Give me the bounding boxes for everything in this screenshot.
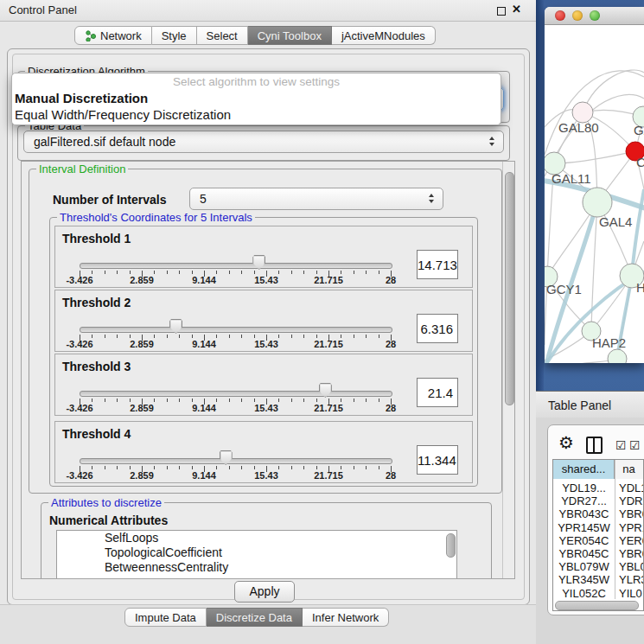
table-row[interactable]: YDL19...YDL1 — [553, 481, 643, 494]
table-row[interactable]: YIL052CYIL0 — [553, 587, 643, 599]
gear-icon[interactable]: ⚙ — [558, 432, 574, 453]
table-row[interactable]: YER054CYER0 — [553, 534, 643, 547]
slider-tick — [192, 335, 193, 338]
slider-tick-label: -3.426 — [66, 403, 92, 413]
scrollbar-thumb[interactable] — [446, 533, 456, 558]
tab-network[interactable]: Network — [74, 26, 152, 45]
checkbox-icon[interactable]: ☑ — [615, 438, 627, 452]
slider-track[interactable] — [80, 327, 392, 333]
tab-infer-network[interactable]: Infer Network — [303, 608, 389, 627]
slider-tick — [366, 466, 367, 469]
minimize-traffic-light-icon[interactable] — [572, 10, 583, 21]
slider-tick — [216, 466, 217, 469]
zoom-traffic-light-icon[interactable] — [590, 10, 600, 21]
node-label-C: C — [636, 155, 644, 169]
column-header-shared-name[interactable]: shared... — [553, 460, 615, 479]
tab-label: jActiveMNodules — [341, 29, 425, 42]
split-columns-icon[interactable] — [586, 437, 603, 454]
node-label-HAP2: HAP2 — [592, 335, 626, 350]
slider-tick — [229, 399, 230, 402]
table-row[interactable]: YBR045CYBR0 — [553, 547, 643, 560]
network-canvas[interactable]: GAL80GACGAL11GAL4GCY1HHAP2 — [545, 25, 644, 363]
slider-tick — [354, 466, 354, 469]
tab-style[interactable]: Style — [152, 26, 197, 45]
network-icon — [85, 30, 96, 41]
number-of-intervals-label: Number of Intervals — [53, 193, 166, 207]
threshold-value-field[interactable]: 14.713 — [417, 250, 458, 279]
table-row[interactable]: YLR345WYLR3 — [553, 573, 643, 586]
list-item[interactable]: SelfLoops — [57, 531, 456, 545]
GAL4-node[interactable] — [583, 188, 612, 217]
slider-tick-label: 21.715 — [314, 470, 343, 481]
slider-track[interactable] — [80, 458, 392, 464]
slider-tick — [341, 399, 341, 402]
cell-shared-name: YER054C — [553, 534, 615, 547]
float-window-icon[interactable] — [497, 7, 506, 16]
close-icon[interactable]: ✕ — [512, 3, 521, 16]
cell-name: YBL0 — [619, 560, 643, 573]
table-row[interactable]: YBR043CYBR0 — [553, 507, 643, 520]
threshold-value-field[interactable]: 6.316 — [417, 314, 458, 343]
apply-button[interactable]: Apply — [234, 581, 295, 603]
tab-label: Infer Network — [312, 611, 379, 624]
slider-track[interactable] — [80, 391, 392, 397]
slider-tick — [92, 466, 92, 469]
scrollbar-thumb[interactable] — [505, 172, 514, 405]
slider-tick — [354, 271, 354, 274]
threshold-value-field[interactable]: 11.344 — [417, 445, 458, 475]
popup-option-manual-discretization[interactable]: Manual Discretization — [12, 90, 501, 106]
table-data-combobox[interactable]: galFiltered.sif default node — [23, 131, 504, 153]
slider-tick — [167, 271, 168, 274]
table-row[interactable]: YPR145WYPR1 — [553, 521, 643, 534]
tab-discretize-data[interactable]: Discretize Data — [207, 608, 303, 627]
threshold-value-field[interactable]: 21.4 — [417, 378, 458, 407]
tab-jactivemnodules[interactable]: jActiveMNodules — [332, 26, 436, 45]
list-item[interactable]: BetweennessCentrality — [57, 560, 456, 575]
tab-label: Style — [162, 29, 187, 42]
slider-tick — [354, 399, 354, 402]
popup-option-equal-width[interactable]: Equal Width/Frequency Discretization — [12, 106, 501, 123]
number-of-intervals-combobox[interactable]: 5 — [189, 188, 443, 210]
combo-stepper-icon[interactable] — [488, 137, 496, 147]
slider-tick — [179, 399, 180, 402]
table-row[interactable]: YDR27...YDR2 — [553, 494, 643, 507]
slider-tick — [254, 466, 255, 469]
settings-scroll-pane: Interval Definition Number of Intervals … — [21, 161, 515, 579]
slider-tick — [254, 335, 255, 338]
cell-name: YLR3 — [619, 573, 643, 586]
table-row[interactable]: YBL079WYBL0 — [553, 560, 643, 573]
tab-impute-data[interactable]: Impute Data — [124, 608, 207, 627]
checkbox-icon[interactable]: ☑ — [629, 438, 641, 452]
bottom-tab-bar: Impute DataDiscretize DataInfer Network — [124, 608, 389, 627]
column-header-name[interactable]: na — [615, 460, 643, 479]
numerical-attributes-list[interactable]: SelfLoopsTopologicalCoefficientBetweenne… — [56, 530, 457, 579]
cell-shared-name: YBR045C — [553, 547, 615, 560]
tab-select[interactable]: Select — [197, 26, 248, 45]
cell-name: YBR0 — [619, 547, 643, 560]
slider-track[interactable] — [80, 263, 392, 269]
list-item[interactable]: TopologicalCoefficient — [57, 545, 456, 560]
bottom-node[interactable] — [608, 349, 627, 363]
thresholds-group-title: Threshold's Coordinates for 5 Intervals — [57, 211, 255, 224]
slider-tick — [130, 335, 131, 338]
network-edge[interactable] — [583, 70, 644, 112]
threshold-label: Threshold 3 — [62, 360, 131, 373]
slider-tick — [303, 335, 304, 338]
network-graph[interactable]: GAL80GACGAL11GAL4GCY1HHAP2 — [545, 25, 644, 363]
slider-tick-label: 28 — [386, 275, 396, 285]
slider-tick — [291, 335, 292, 338]
tab-cyni-toolbox[interactable]: Cyni Toolbox — [248, 26, 332, 45]
table-horizontal-scrollbar[interactable] — [555, 601, 639, 610]
close-traffic-light-icon[interactable] — [555, 10, 565, 21]
node-attribute-table[interactable]: shared... na YDL19...YDL1YDR27...YDR2YBR… — [552, 459, 644, 611]
combo-stepper-icon[interactable] — [428, 194, 436, 204]
slider-tick — [341, 466, 341, 469]
slider-tick — [130, 271, 131, 274]
slider-tick — [379, 466, 379, 469]
node-label-GAL11: GAL11 — [552, 171, 591, 186]
slider-tick — [278, 271, 279, 274]
popup-placeholder: Select algorithm to view settings — [12, 73, 501, 90]
cell-shared-name: YBL079W — [553, 560, 615, 573]
pane-vertical-scrollbar[interactable] — [502, 162, 515, 578]
number-of-intervals-value: 5 — [200, 192, 207, 206]
